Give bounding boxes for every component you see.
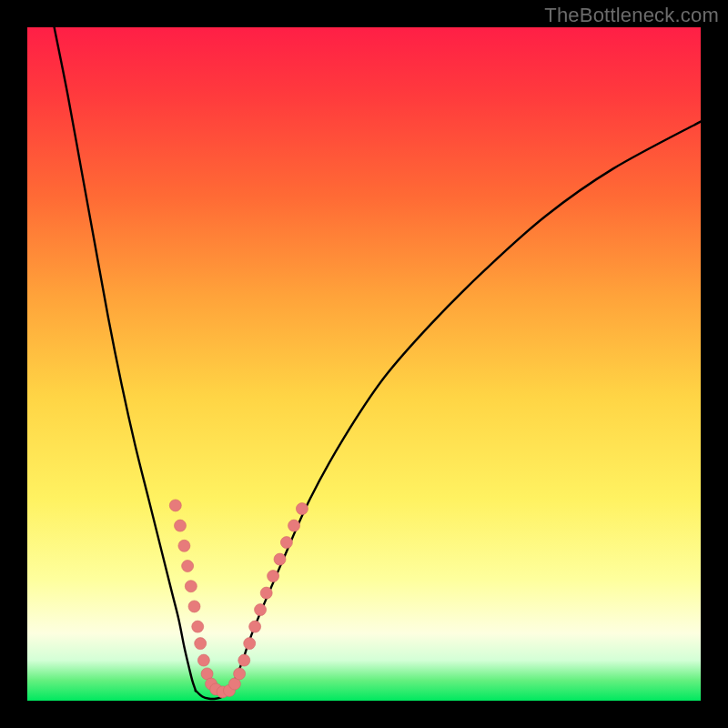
bottleneck-curve-svg: [27, 27, 701, 701]
data-marker: [244, 638, 256, 650]
data-marker: [197, 654, 209, 666]
data-marker: [288, 520, 300, 531]
data-marker: [234, 668, 246, 680]
data-marker: [169, 500, 181, 511]
data-marker: [280, 537, 292, 549]
markers-group: [169, 500, 308, 698]
plot-area: [27, 27, 701, 701]
data-marker: [185, 581, 197, 592]
data-marker: [195, 638, 207, 650]
data-marker: [192, 621, 204, 632]
curve-path: [55, 27, 701, 699]
curve-group: [55, 27, 701, 699]
data-marker: [178, 540, 190, 551]
data-marker: [260, 587, 272, 599]
data-marker: [296, 503, 308, 515]
data-marker: [274, 553, 286, 565]
data-marker: [268, 571, 279, 582]
data-marker: [238, 654, 250, 666]
data-marker: [249, 621, 261, 632]
data-marker: [255, 604, 267, 616]
data-marker: [174, 520, 186, 531]
chart-frame: TheBottleneck.com: [0, 0, 728, 728]
watermark-text: TheBottleneck.com: [544, 4, 719, 27]
data-marker: [182, 561, 194, 572]
data-marker: [188, 601, 200, 612]
